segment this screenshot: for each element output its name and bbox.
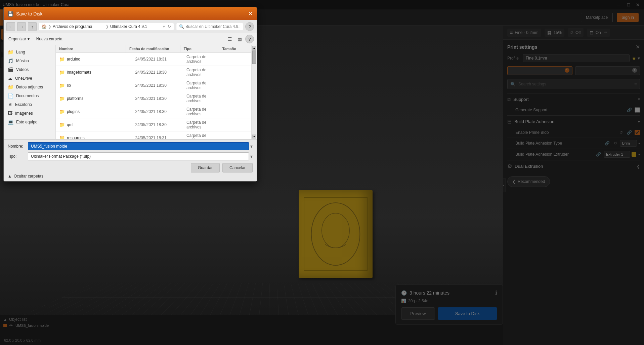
file-row-arduino[interactable]: 📁 arduino 24/05/2021 18:31 Carpeta de ar… [56,53,251,66]
scroll-up-button[interactable]: ▲ [252,46,256,50]
cancelar-button[interactable]: Cancelar [222,163,253,172]
dialog-search-input[interactable] [185,24,240,29]
sidebar-item-lang[interactable]: 📁 Lang [4,48,55,56]
dialog-forward-button[interactable]: → [17,22,26,31]
dialog-scrollbar[interactable]: ▲ ▼ [251,45,257,139]
file-row-plugins[interactable]: 📁 plugins 24/05/2021 18:30 Carpeta de ar… [56,105,251,118]
dialog-title: 💾 Save to Disk [8,11,43,16]
sidebar-item-datos[interactable]: 📁 Datos adjuntos [4,83,55,91]
sidebar-item-este-equipo[interactable]: 💻 Este equipo [4,118,55,126]
sidebar-group-favorites: 📁 Lang 🎵 Música 🎬 Vídeos ☁ OneDrive 📁 [4,48,55,126]
cloud-icon: ☁ [8,76,12,81]
dialog-close-button[interactable]: ✕ [248,10,253,17]
dialog-search-icon: 🔍 [179,24,184,29]
video-icon: 🎬 [8,67,13,72]
dialog-back-button[interactable]: ← [6,22,15,31]
dialog-action-buttons: Guardar Cancelar [8,163,253,172]
sidebar-item-escritorio[interactable]: 🖥 Escritorio [4,100,55,109]
filelist-header: Nombre Fecha de modificación Tipo Tamaño [56,45,251,53]
view-details-button[interactable]: ▦ [235,36,244,42]
sidebar-item-imagenes[interactable]: 🖼 Imágenes [4,109,55,118]
hide-folders-arrow-icon: ▲ [8,174,12,179]
documents-icon: 📄 [8,93,13,99]
dialog-body: 📁 Lang 🎵 Música 🎬 Vídeos ☁ OneDrive 📁 [4,45,257,139]
dialog-title-bar: 💾 Save to Disk ✕ [4,7,257,20]
folder-file-icon-3: 📁 [59,83,65,88]
sidebar-item-onedrive[interactable]: ☁ OneDrive [4,74,55,83]
organizar-button[interactable]: Organizar ▾ [6,36,32,42]
folder-file-icon-2: 📁 [59,70,65,75]
file-type-qml: Carpeta de archivos [186,120,221,129]
path-home-icon: 🏠 [42,24,47,29]
dialog-path-bar[interactable]: 🏠 ❯ Archivos de programa ❯ Ultimaker Cur… [39,23,174,30]
file-name-platforms: platforms [67,96,135,101]
organizar-chevron-icon: ▾ [28,37,30,41]
save-dialog: 💾 Save to Disk ✕ ← → ↑ 🏠 ❯ Archivos de p… [3,7,257,182]
file-name-plugins: plugins [67,109,135,114]
file-date-imageformats: 24/05/2021 18:30 [135,70,186,75]
file-name-lib: lib [67,83,135,88]
hide-folders-row[interactable]: ▲ Ocultar carpetas [8,174,253,179]
file-name-resources: resources [67,136,135,139]
file-name-qml: qml [67,122,135,127]
col-header-size[interactable]: Tamaño [219,45,251,52]
dialog-file-list: Nombre Fecha de modificación Tipo Tamaño… [56,45,251,139]
view-help-button[interactable]: ? [245,35,254,43]
file-date-arduino: 24/05/2021 18:31 [135,57,186,62]
file-type-plugins: Carpeta de archivos [186,107,221,116]
file-date-plugins: 24/05/2021 18:30 [135,109,186,114]
filetype-select[interactable]: Ultimaker Format Package (*.ufp) [28,152,249,160]
folder-icon-2: 📁 [8,84,13,90]
file-row-platforms[interactable]: 📁 platforms 24/05/2021 18:30 Carpeta de … [56,92,251,105]
file-type-imageformats: Carpeta de archivos [186,68,221,77]
folder-file-icon-6: 📁 [59,122,65,127]
filetype-label: Tipo: [8,154,28,159]
file-row-imageformats[interactable]: 📁 imageformats 24/05/2021 18:30 Carpeta … [56,66,251,79]
file-type-lib: Carpeta de archivos [186,81,221,90]
col-header-name[interactable]: Nombre [56,45,126,52]
folder-icon: 📁 [8,49,13,55]
guardar-button[interactable]: Guardar [191,163,220,172]
file-date-platforms: 24/05/2021 18:30 [135,96,186,101]
images-icon: 🖼 [8,111,12,116]
folder-file-icon-5: 📁 [59,109,65,114]
save-disk-icon: 💾 [8,11,13,16]
dialog-search-box[interactable]: 🔍 [176,23,243,30]
file-date-lib: 24/05/2021 18:30 [135,83,186,88]
folder-file-icon-7: 📁 [59,135,65,139]
scroll-thumb[interactable] [252,50,256,64]
path-separator: ❯ [48,24,51,29]
path-part-1[interactable]: Archivos de programa [53,24,104,29]
refresh-icon[interactable]: ↻ [168,24,171,29]
filetype-chevron-icon: ▾ [250,154,253,159]
desktop-icon: 🖥 [8,102,12,107]
filetype-row: Tipo: Ultimaker Format Package (*.ufp) ▾ [8,152,253,160]
nueva-carpeta-button[interactable]: Nueva carpeta [34,36,65,42]
view-buttons: ☰ ▦ ? [226,35,254,43]
filename-dropdown-icon[interactable]: ▾ [250,144,253,149]
file-row-qml[interactable]: 📁 qml 24/05/2021 18:30 Carpeta de archiv… [56,118,251,131]
filename-label: Nombre: [8,144,28,149]
sidebar-item-videos[interactable]: 🎬 Vídeos [4,65,55,74]
file-row-resources[interactable]: 📁 resources 24/05/2021 18:31 Carpeta de … [56,131,251,139]
dialog-help-button[interactable]: ? [245,22,254,31]
sidebar-item-musica[interactable]: 🎵 Música [4,56,55,65]
dialog-sidebar: 📁 Lang 🎵 Música 🎬 Vídeos ☁ OneDrive 📁 [4,45,56,139]
view-list-button[interactable]: ☰ [226,36,234,42]
dialog-up-button[interactable]: ↑ [28,22,37,31]
dialog-footer: Nombre: ▾ Tipo: Ultimaker Format Package… [4,139,257,181]
path-dropdown-icon[interactable]: ▾ [163,24,165,29]
col-header-type[interactable]: Tipo [180,45,219,52]
path-part-2[interactable]: Ultimaker Cura 4.9.1 [110,24,162,29]
file-date-qml: 24/05/2021 18:30 [135,122,186,127]
sidebar-item-documentos[interactable]: 📄 Documentos [4,91,55,100]
folder-file-icon-4: 📁 [59,96,65,101]
music-icon: 🎵 [8,58,13,64]
filename-input[interactable] [28,142,249,150]
file-row-lib[interactable]: 📁 lib 24/05/2021 18:30 Carpeta de archiv… [56,79,251,92]
organizar-row: Organizar ▾ Nueva carpeta ☰ ▦ ? [4,33,257,45]
col-header-date[interactable]: Fecha de modificación [126,45,180,52]
dialog-toolbar: ← → ↑ 🏠 ❯ Archivos de programa ❯ Ultimak… [4,20,257,33]
scroll-track[interactable] [252,50,256,134]
scroll-down-button[interactable]: ▼ [252,135,256,139]
